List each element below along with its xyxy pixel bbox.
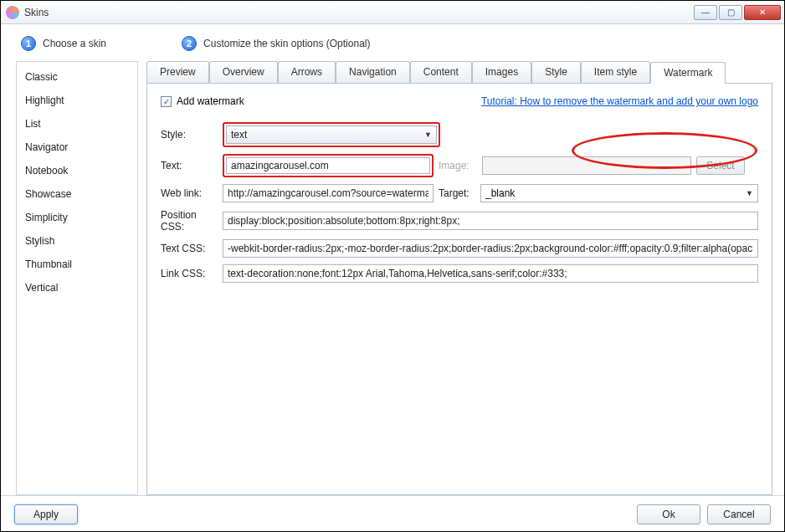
style-value: text: [231, 129, 247, 141]
text-label: Text:: [161, 160, 223, 171]
weblink-label: Web link:: [161, 187, 223, 199]
window-title: Skins: [24, 7, 49, 18]
tab-images[interactable]: Images: [472, 61, 531, 83]
sidebar-item-highlight[interactable]: Highlight: [17, 89, 137, 112]
sidebar-item-label: Highlight: [25, 95, 64, 106]
step-1-label: Choose a skin: [43, 38, 106, 49]
dialog-footer: Apply Ok Cancel: [1, 495, 784, 532]
text-css-input[interactable]: [223, 239, 758, 258]
target-combo[interactable]: _blank ▼: [480, 184, 758, 202]
link-css-label: Link CSS:: [161, 268, 223, 279]
text-input[interactable]: [226, 157, 430, 174]
sidebar-item-classic[interactable]: Classic: [17, 65, 137, 89]
skin-list: Classic Highlight List Navigator Noteboo…: [16, 61, 138, 495]
link-css-input[interactable]: [223, 264, 758, 283]
minimize-button[interactable]: —: [694, 5, 717, 20]
close-button[interactable]: ✕: [744, 5, 781, 20]
tab-overview[interactable]: Overview: [209, 61, 278, 83]
sidebar-item-notebook[interactable]: Notebook: [17, 159, 137, 182]
chevron-down-icon: ▼: [746, 189, 753, 197]
text-css-label: Text CSS:: [161, 243, 223, 254]
step-header: 1 Choose a skin 2 Customize the skin opt…: [1, 24, 784, 61]
sidebar-item-stylish[interactable]: Stylish: [17, 229, 137, 253]
maximize-button[interactable]: ▢: [719, 5, 742, 20]
watermark-panel: ✓ Add watermark Tutorial: How to remove …: [146, 84, 772, 495]
sidebar-item-thumbnail[interactable]: Thumbnail: [17, 253, 137, 276]
sidebar-item-label: List: [25, 118, 41, 130]
chevron-down-icon: ▼: [424, 130, 432, 139]
sidebar-item-label: Navigator: [25, 141, 68, 153]
image-input: [482, 156, 691, 175]
sidebar-item-label: Vertical: [25, 282, 58, 294]
sidebar-item-navigator[interactable]: Navigator: [17, 136, 137, 159]
position-css-input[interactable]: [223, 212, 758, 230]
position-css-label: Position CSS:: [161, 209, 223, 233]
sidebar-item-list[interactable]: List: [17, 112, 137, 136]
sidebar-item-label: Stylish: [25, 235, 54, 247]
highlight-text-box: [223, 154, 434, 177]
target-value: _blank: [485, 187, 515, 199]
image-label: Image:: [439, 160, 482, 171]
tab-content[interactable]: Content: [410, 61, 472, 83]
ok-button[interactable]: Ok: [637, 504, 700, 524]
tab-item-style[interactable]: Item style: [581, 61, 650, 83]
tab-watermark[interactable]: Watermark: [650, 62, 726, 84]
sidebar-item-label: Thumbnail: [25, 258, 72, 270]
sidebar-item-label: Simplicity: [25, 212, 68, 223]
tab-arrows[interactable]: Arrows: [278, 61, 336, 83]
tab-bar: Preview Overview Arrows Navigation Conte…: [146, 61, 772, 84]
sidebar-item-simplicity[interactable]: Simplicity: [17, 206, 137, 229]
tab-navigation[interactable]: Navigation: [336, 61, 410, 83]
add-watermark-label: Add watermark: [177, 95, 244, 107]
weblink-input[interactable]: [223, 184, 434, 202]
sidebar-item-label: Showcase: [25, 188, 71, 200]
step-2-label: Customize the skin options (Optional): [203, 38, 370, 49]
sidebar-item-label: Notebook: [25, 165, 68, 176]
select-image-button[interactable]: Select: [696, 156, 745, 175]
style-label: Style:: [161, 129, 223, 141]
tutorial-link[interactable]: Tutorial: How to remove the watermark an…: [481, 95, 758, 107]
target-label: Target:: [439, 187, 480, 199]
titlebar: Skins — ▢ ✕: [1, 1, 784, 24]
sidebar-item-showcase[interactable]: Showcase: [17, 182, 137, 206]
add-watermark-checkbox[interactable]: ✓: [161, 96, 172, 107]
style-combo[interactable]: text ▼: [226, 125, 437, 144]
tab-preview[interactable]: Preview: [146, 61, 209, 83]
sidebar-item-vertical[interactable]: Vertical: [17, 276, 137, 299]
cancel-button[interactable]: Cancel: [707, 504, 771, 524]
highlight-style-box: text ▼: [223, 122, 440, 147]
sidebar-item-label: Classic: [25, 71, 58, 83]
apply-button[interactable]: Apply: [14, 504, 78, 524]
step-2-badge: 2: [182, 36, 197, 51]
tab-style[interactable]: Style: [531, 61, 581, 83]
step-1-badge: 1: [21, 36, 36, 51]
app-icon: [6, 6, 19, 19]
